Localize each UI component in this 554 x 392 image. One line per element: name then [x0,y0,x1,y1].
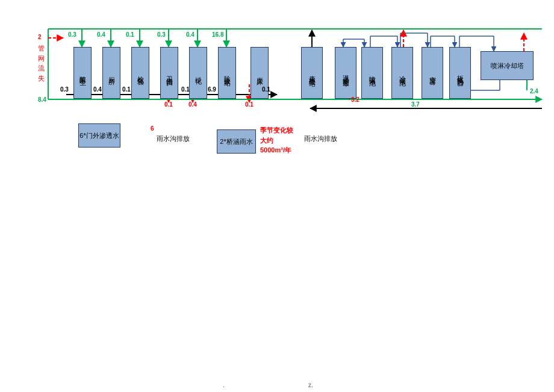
label: 除盐水站 [223,70,232,75]
box-air-cooler: 空冷器 [422,47,443,99]
label-pipe-loss: 管网流失 [38,43,46,83]
box-spray-tower: 喷淋冷却塔 [481,51,534,80]
label: 卫生清扫 [165,70,174,75]
label: 绿化 [194,72,203,74]
label: 喷淋水池 [368,70,377,75]
val-pipe-loss: 2 [38,34,42,40]
label: 2*桥涵雨水 [220,137,252,146]
box-anneal-cool: 退火炉冷却罩 [335,47,356,99]
val: 0.1 [122,86,131,93]
val: 0.1 [262,86,270,93]
val: 0.3 [68,31,76,38]
label: 冷却水池 [398,70,407,75]
box-cleaning: 卫生清扫 [160,47,178,99]
val: 0.3 [157,31,166,38]
label: 空冷器 [428,71,437,75]
val: 6.9 [208,86,216,93]
val: 0.1 [245,101,254,108]
box-acid-regen: 酸再生 [73,47,92,99]
label: 磨床 [255,72,264,74]
box-desalt: 除盐水站 [218,47,236,99]
val: 0.1 [164,101,173,108]
box-cool-pool: 冷却水池 [391,47,413,99]
val: 16.8 [212,31,223,38]
box-greening: 绿化 [189,47,207,99]
val-3-2: 3.2 [351,96,359,103]
note-rain-1: 雨水沟排放 [157,134,193,144]
label: 厕所 [107,72,116,74]
val: 0.4 [186,31,195,38]
box-permeate: 6*门外渗透水 [78,123,120,148]
val-left-total: 8.4 [38,96,46,103]
box-wastewater: 废水处理站 [301,47,323,99]
label: 检化验 [136,71,145,75]
label: 退火炉冷却罩 [341,69,350,76]
val-3-7: 3.7 [411,101,420,108]
box-culvert: 2*桥涵雨水 [217,129,256,154]
val: 0.4 [93,86,102,93]
val: 0.1 [126,31,134,38]
box-spray-pool: 喷淋水池 [361,47,383,99]
label: 板式换热器 [456,70,465,76]
note-seasonal: 季节变化较大约5000m³/年 [260,125,295,155]
label: 6*门外渗透水 [79,131,119,140]
footer-dot: . [223,382,225,388]
label: 废水处理站 [308,70,317,76]
val: 0.4 [188,101,197,108]
box-toilet: 厕所 [102,47,120,99]
val: 0.4 [97,31,105,38]
box-plate-hx: 板式换热器 [449,47,471,99]
val-right-total: 2.4 [530,88,538,95]
val: 0.1 [181,86,190,93]
val: 0.3 [60,86,69,93]
label: 酸再生 [78,71,87,75]
note-rain-2: 雨水沟排放 [304,134,340,144]
footer-z: z. [308,382,313,388]
val-6: 6 [151,125,154,132]
box-lab: 检化验 [131,47,149,99]
label: 喷淋冷却塔 [491,61,524,70]
